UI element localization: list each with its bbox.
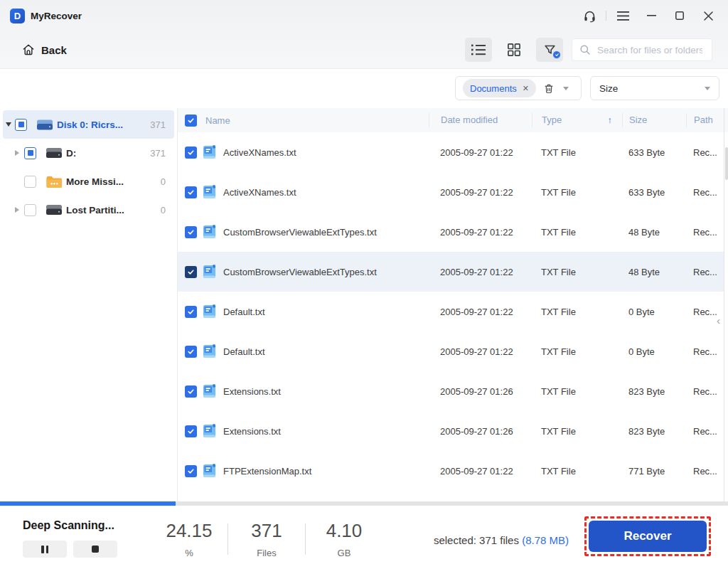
stat-files: 371 Files — [228, 520, 305, 558]
txt-file-icon — [202, 224, 223, 240]
selected-count-text: selected: 371 files — [434, 534, 519, 546]
file-size: 0 Byte — [622, 346, 686, 357]
sidebar-item-count: 371 — [150, 148, 166, 159]
tree-checkbox[interactable] — [24, 204, 36, 216]
row-checkbox[interactable] — [185, 465, 197, 477]
recover-button[interactable]: Recover — [589, 521, 707, 552]
grid-view-icon — [508, 43, 520, 56]
search-box[interactable] — [572, 38, 712, 61]
checkbox-indeterminate-mark — [18, 122, 24, 127]
file-size: 771 Byte — [622, 466, 686, 477]
sidebar-item[interactable]: Disk 0: Ricrs...371 — [3, 110, 174, 139]
titlebar-divider — [606, 11, 606, 21]
file-size: 633 Byte — [622, 147, 686, 158]
table-row[interactable]: CustomBrowserViewableExtTypes.txt2005-09… — [178, 252, 724, 292]
table-row[interactable]: ActiveXNames.txt2005-09-27 01:22TXT File… — [178, 172, 724, 212]
row-checkbox[interactable] — [185, 147, 197, 159]
tree-checkbox[interactable] — [15, 119, 27, 131]
size-dropdown[interactable]: Size — [590, 76, 719, 100]
back-button[interactable]: Back — [21, 43, 67, 57]
file-size: 48 Byte — [622, 227, 686, 238]
filter-caret-icon[interactable] — [563, 87, 569, 90]
scrollbar-thumb[interactable] — [725, 147, 728, 180]
table-row[interactable]: CustomBrowserViewableExtTypes.txt2005-09… — [178, 212, 724, 252]
file-size: 633 Byte — [622, 187, 686, 198]
file-type: TXT File — [532, 267, 622, 277]
scan-status-label: Deep Scanning... — [23, 519, 114, 532]
tree-collapsed-icon[interactable] — [15, 150, 24, 156]
sidebar-item[interactable]: D:371 — [3, 139, 174, 167]
disk-dark-icon — [46, 204, 63, 216]
stop-button[interactable] — [73, 541, 117, 558]
row-checkbox[interactable] — [185, 266, 197, 278]
file-date-modified: 2005-09-27 01:22 — [429, 307, 532, 317]
pause-button[interactable] — [23, 541, 67, 558]
stat-percent: 24.15 % — [151, 520, 228, 558]
filter-active-badge — [552, 50, 561, 59]
row-checkbox-cell — [178, 425, 202, 437]
sidebar-item[interactable]: More Missi...0 — [3, 167, 174, 196]
row-checkbox[interactable] — [185, 346, 197, 358]
close-icon[interactable] — [694, 5, 722, 26]
file-path: Rec... — [686, 346, 724, 357]
row-checkbox[interactable] — [185, 425, 197, 437]
column-header-date-modified[interactable]: Date modified — [429, 113, 532, 127]
toolbar-right — [465, 38, 712, 62]
column-header-type[interactable]: Type ↑ — [532, 113, 622, 127]
tree-expanded-icon[interactable] — [6, 122, 15, 127]
app-logo-icon: D — [10, 9, 25, 23]
file-path: Rec... — [686, 147, 724, 158]
row-checkbox[interactable] — [185, 306, 197, 318]
tree-checkbox[interactable] — [24, 176, 36, 188]
column-header-path[interactable]: Path — [686, 113, 728, 127]
file-name: CustomBrowserViewableExtTypes.txt — [223, 267, 429, 277]
file-type: TXT File — [532, 386, 622, 397]
app-window: D MyRecover — [0, 0, 728, 569]
list-view-button[interactable] — [465, 38, 492, 62]
home-icon — [21, 43, 36, 57]
file-name: Extensions.txt — [223, 386, 429, 397]
table-row[interactable]: Extensions.txt2005-09-27 01:26TXT File82… — [178, 411, 724, 451]
column-header-name[interactable]: Name — [202, 115, 429, 126]
selected-summary: selected: 371 files (8.78 MB) — [434, 534, 569, 546]
panel-collapse-chevron-icon[interactable]: ‹ — [713, 313, 724, 327]
file-size: 48 Byte — [622, 267, 686, 277]
row-checkbox[interactable] — [185, 385, 197, 398]
table-row[interactable]: ActiveXNames.txt2005-09-27 01:22TXT File… — [178, 132, 724, 172]
row-checkbox[interactable] — [185, 186, 197, 198]
grid-view-button[interactable] — [500, 38, 528, 62]
txt-file-icon — [202, 423, 223, 439]
filter-button[interactable] — [536, 38, 563, 62]
table-row[interactable]: Default.txt2005-09-27 01:22TXT File0 Byt… — [178, 331, 724, 371]
file-type: TXT File — [532, 147, 622, 158]
file-path: Rec... — [686, 466, 724, 477]
support-headset-icon[interactable] — [575, 5, 604, 26]
select-all-checkbox[interactable] — [185, 115, 197, 127]
minimize-icon[interactable] — [637, 5, 665, 26]
file-date-modified: 2005-09-27 01:22 — [429, 147, 532, 158]
search-input[interactable] — [596, 44, 704, 56]
file-name: Default.txt — [223, 346, 429, 357]
sidebar-item[interactable]: Lost Partiti...0 — [3, 196, 174, 224]
trash-icon[interactable] — [543, 83, 555, 95]
table-row[interactable]: Default.txt2005-09-27 01:22TXT File0 Byt… — [178, 292, 724, 331]
main-area: Disk 0: Ricrs...371D:371More Missi...0Lo… — [0, 108, 728, 501]
tree-collapsed-icon[interactable] — [15, 207, 24, 213]
list-view-icon — [471, 44, 486, 55]
table-row[interactable]: FTPExtensionMap.txt2005-09-27 01:22TXT F… — [178, 451, 724, 491]
sidebar-tree: Disk 0: Ricrs...371D:371More Missi...0Lo… — [0, 108, 178, 501]
file-path: Rec... — [686, 386, 724, 397]
txt-file-icon — [202, 383, 223, 399]
menu-icon[interactable] — [609, 5, 637, 26]
disk-dark-icon — [46, 147, 63, 159]
maximize-icon[interactable] — [665, 5, 694, 26]
filter-chip-documents[interactable]: Documents ✕ — [463, 79, 536, 97]
filter-group[interactable]: Documents ✕ — [455, 76, 582, 100]
table-row[interactable]: Extensions.txt2005-09-27 01:26TXT File82… — [178, 371, 724, 411]
chip-remove-icon[interactable]: ✕ — [523, 85, 529, 92]
file-size: 823 Byte — [622, 386, 686, 397]
stat-percent-value: 24.15 — [151, 520, 228, 542]
tree-checkbox[interactable] — [24, 147, 36, 159]
column-header-size[interactable]: Size — [622, 113, 686, 127]
row-checkbox[interactable] — [185, 226, 197, 238]
